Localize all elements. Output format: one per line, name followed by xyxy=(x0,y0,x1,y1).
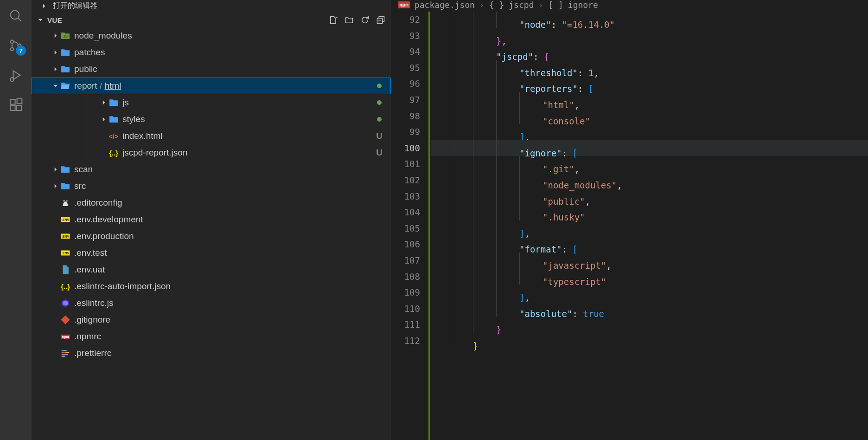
code-line[interactable]: ".git", xyxy=(431,156,868,172)
code-line[interactable]: "javascript", xyxy=(431,252,868,269)
line-number: 98 xyxy=(391,108,420,124)
svg-line-1 xyxy=(18,18,21,21)
code-line[interactable]: }, xyxy=(431,28,868,44)
svg-rect-7 xyxy=(10,105,15,110)
code-line[interactable]: "typescript" xyxy=(431,269,868,285)
new-file-icon[interactable] xyxy=(329,15,338,25)
tree-item-label: styles xyxy=(122,114,377,124)
code-line[interactable]: ], xyxy=(431,285,868,301)
editor-pane: npm package.json › { } jscpd › [ ] ignor… xyxy=(391,0,868,440)
chevron-down-icon xyxy=(36,16,45,24)
open-editors-label: 打开的编辑器 xyxy=(53,1,97,11)
html-icon: </> xyxy=(108,131,119,141)
file-row[interactable]: .gitignore xyxy=(32,311,391,328)
file-row[interactable]: .ENV.env.development xyxy=(32,211,391,228)
folder-icon xyxy=(60,164,70,175)
code-line[interactable]: "node_modules", xyxy=(431,172,868,188)
new-folder-icon[interactable] xyxy=(345,15,354,25)
code-line[interactable]: } xyxy=(431,317,868,333)
code-line[interactable]: } xyxy=(431,333,868,349)
line-number: 94 xyxy=(391,44,420,60)
folder-row[interactable]: styles xyxy=(80,111,391,128)
line-number: 111 xyxy=(391,317,420,333)
svg-point-2 xyxy=(11,40,14,44)
tree-item-label: .gitignore xyxy=(74,315,383,325)
code-line[interactable]: "reporters": [ xyxy=(431,76,868,92)
file-row[interactable]: .ENV.env.test xyxy=(32,245,391,261)
tree-item-label: js xyxy=(122,97,377,108)
folder-row[interactable]: JSnode_modules xyxy=(32,27,391,44)
extensions-icon[interactable] xyxy=(7,97,24,113)
git-icon xyxy=(60,315,70,325)
svg-point-14 xyxy=(63,200,65,202)
line-number: 95 xyxy=(391,60,420,76)
file-row[interactable]: .editorconfig xyxy=(32,194,391,211)
code-line[interactable]: "node": "=16.14.0" xyxy=(431,12,868,28)
code-line[interactable]: ], xyxy=(431,124,868,140)
run-debug-icon[interactable] xyxy=(7,67,24,84)
svg-rect-29 xyxy=(62,352,65,353)
code-line[interactable]: "public", xyxy=(431,188,868,205)
file-row[interactable]: .prettierrc xyxy=(32,345,391,362)
tree-item-label: patches xyxy=(74,47,383,58)
line-number: 106 xyxy=(391,236,420,252)
code-line[interactable]: "threshold": 1, xyxy=(431,60,868,76)
tree-item-label: index.html xyxy=(122,131,375,141)
tree-item-label: .env.uat xyxy=(74,265,383,275)
folder-icon xyxy=(108,114,119,124)
svg-rect-31 xyxy=(62,354,68,355)
open-editors-section[interactable]: 打开的编辑器 xyxy=(32,0,391,13)
line-number: 96 xyxy=(391,76,420,92)
line-number: 105 xyxy=(391,220,420,237)
code-line[interactable]: "html", xyxy=(431,92,868,108)
file-icon xyxy=(60,265,70,275)
file-row[interactable]: .eslintrc.js xyxy=(32,295,391,311)
svg-point-3 xyxy=(11,48,14,51)
line-number: 92 xyxy=(391,12,420,28)
svg-rect-6 xyxy=(10,99,15,104)
file-tree: JSnode_modulespatchespublicreport / html… xyxy=(32,27,391,440)
npm-icon: npm xyxy=(60,331,70,342)
code-line[interactable]: "ignore": [ xyxy=(431,140,868,156)
file-row[interactable]: </>index.htmlU xyxy=(80,128,391,144)
eslint-icon xyxy=(60,298,70,308)
file-row[interactable]: {..}.eslintrc-auto-import.json xyxy=(32,278,391,295)
code-line[interactable]: "jscpd": { xyxy=(431,44,868,60)
file-row[interactable]: npm.npmrc xyxy=(32,328,391,345)
code-line[interactable]: ".husky" xyxy=(431,204,868,220)
file-row[interactable]: .env.uat xyxy=(32,261,391,278)
folder-row[interactable]: patches xyxy=(32,44,391,61)
code-line[interactable]: "absolute": true xyxy=(431,301,868,317)
breadcrumb-file[interactable]: package.json xyxy=(415,0,475,10)
folder-row[interactable]: scan xyxy=(32,161,391,178)
breadcrumb-key-1[interactable]: jscpd xyxy=(509,0,534,10)
folder-row[interactable]: report / html xyxy=(32,78,391,94)
code-content[interactable]: "node": "=16.14.0"},"jscpd": {"threshold… xyxy=(431,12,868,440)
code-area[interactable]: 9293949596979899100101102103104105106107… xyxy=(391,12,868,440)
tree-item-label: .editorconfig xyxy=(74,198,383,208)
chevron-right-icon xyxy=(99,98,108,107)
source-control-icon[interactable]: 7 xyxy=(7,37,24,54)
search-icon[interactable] xyxy=(7,7,24,24)
refresh-icon[interactable] xyxy=(360,15,370,25)
breadcrumb[interactable]: npm package.json › { } jscpd › [ ] ignor… xyxy=(391,0,868,12)
chevron-right-icon xyxy=(51,182,60,190)
line-number: 102 xyxy=(391,172,420,188)
file-row[interactable]: .ENV.env.production xyxy=(32,228,391,245)
code-line[interactable]: "console" xyxy=(431,108,868,124)
env-icon: .ENV xyxy=(60,214,70,225)
tree-item-label: src xyxy=(74,181,383,191)
code-line[interactable]: "format": [ xyxy=(431,236,868,252)
collapse-all-icon[interactable] xyxy=(376,15,385,25)
folder-row[interactable]: js xyxy=(80,94,391,111)
file-row[interactable]: {..}jscpd-report.jsonU xyxy=(80,144,391,161)
tree-item-label: .env.test xyxy=(74,248,383,258)
line-number: 100 xyxy=(391,140,420,156)
code-line[interactable]: ], xyxy=(431,220,868,237)
svg-point-15 xyxy=(66,200,68,202)
tree-item-label: report / html xyxy=(74,81,377,91)
project-header[interactable]: VUE xyxy=(32,13,391,27)
folder-row[interactable]: public xyxy=(32,61,391,78)
breadcrumb-key-2[interactable]: ignore xyxy=(568,0,598,10)
folder-row[interactable]: src xyxy=(32,178,391,194)
